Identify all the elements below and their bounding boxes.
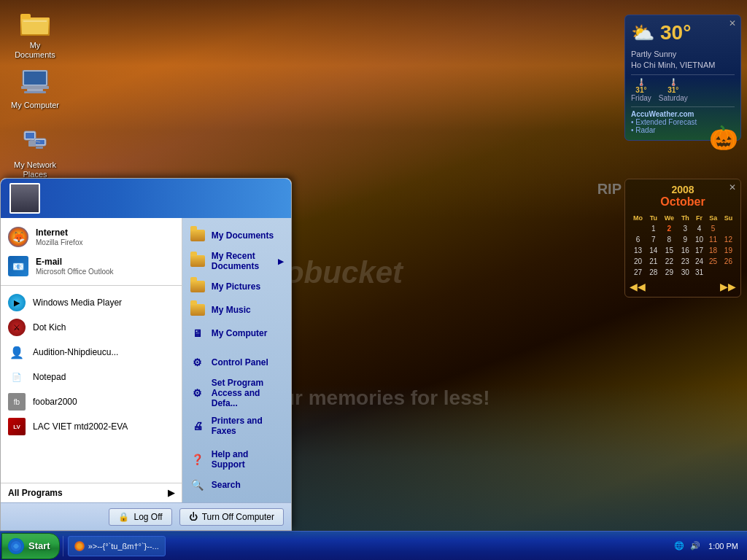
- calendar-widget: ✕ 2008 October Mo Tu We Th Fr Sa Su 1234…: [624, 179, 741, 298]
- start-menu-right-help[interactable]: ❓ Help and Support: [182, 446, 291, 473]
- email-label-sub: Microsoft Office Outlook: [36, 268, 114, 276]
- start-menu-item-audition[interactable]: 👤 Audition-Nhipdieucu...: [1, 340, 182, 365]
- svg-rect-6: [24, 71, 46, 85]
- start-menu-right-my-documents[interactable]: My Documents: [182, 224, 291, 247]
- calendar-day[interactable]: 20: [630, 256, 646, 267]
- calendar-day[interactable]: 28: [646, 267, 660, 278]
- start-menu-item-lacviet[interactable]: LV LAC VIET mtd2002-EVA: [1, 414, 182, 439]
- all-programs-button[interactable]: All Programs ▶: [1, 483, 182, 502]
- start-button[interactable]: Start: [1, 533, 60, 559]
- start-menu-item-wmp[interactable]: ▶ Windows Media Player: [1, 290, 182, 315]
- cal-header-fr: Fr: [693, 213, 706, 223]
- calendar-day[interactable]: 21: [646, 256, 660, 267]
- calendar-close-button[interactable]: ✕: [729, 182, 736, 192]
- calendar-day[interactable]: 24: [693, 256, 706, 267]
- calendar-day[interactable]: 2: [661, 223, 678, 234]
- shutdown-button[interactable]: ⏻ Turn Off Computer: [179, 508, 284, 526]
- start-menu-item-foobar[interactable]: fb foobar2000: [1, 389, 182, 414]
- my-documents-right-label: My Documents: [212, 230, 274, 241]
- calendar-day[interactable]: 25: [705, 256, 720, 267]
- calendar-day[interactable]: 7: [646, 234, 660, 245]
- svg-rect-8: [27, 89, 43, 91]
- my-music-icon: [190, 302, 206, 318]
- calendar-day[interactable]: 14: [646, 245, 660, 256]
- taskbar-active-item[interactable]: »>--{°`tu_ßm†°`}--...: [68, 536, 166, 556]
- taskbar-firefox-icon: [74, 541, 85, 551]
- taskbar: Start »>--{°`tu_ßm†°`}--... 🌐 🔊 1:00 PM: [0, 531, 747, 560]
- start-menu-right-my-pictures[interactable]: My Pictures: [182, 275, 291, 298]
- svg-rect-16: [36, 147, 43, 149]
- computer-icon: [20, 69, 50, 98]
- calendar-day[interactable]: 22: [661, 256, 678, 267]
- calendar-day[interactable]: 10: [693, 234, 706, 245]
- start-menu-right-my-music[interactable]: My Music: [182, 298, 291, 322]
- folder-icon: [20, 9, 50, 38]
- calendar-day[interactable]: 9: [678, 234, 692, 245]
- tray-volume-icon[interactable]: 🔊: [689, 540, 701, 552]
- svg-rect-15: [28, 141, 36, 147]
- calendar-day[interactable]: 17: [693, 245, 706, 256]
- pinned-programs: 🦊 Internet Mozilla Firefox 📧 E-: [1, 218, 182, 286]
- start-menu-item-email[interactable]: 📧 E-mail Microsoft Office Outlook: [1, 252, 182, 281]
- start-menu: 🦊 Internet Mozilla Firefox 📧 E-: [0, 178, 292, 531]
- desktop-icon-my-computer[interactable]: My Computer: [6, 66, 64, 113]
- start-menu-right-printers[interactable]: 🖨 Printers and Faxes: [182, 412, 291, 440]
- calendar-day[interactable]: 27: [630, 267, 646, 278]
- my-computer-right-label: My Computer: [212, 328, 268, 338]
- start-menu-right-recent-docs[interactable]: My Recent Documents ▶: [182, 247, 291, 275]
- calendar-day[interactable]: 13: [630, 245, 646, 256]
- start-menu-item-dot-kich[interactable]: ⚔ Dot Kich: [1, 315, 182, 340]
- calendar-day[interactable]: 19: [721, 245, 736, 256]
- all-programs-label: All Programs: [8, 488, 63, 498]
- cal-next-button[interactable]: ▶▶: [720, 281, 736, 292]
- calendar-day[interactable]: 6: [630, 234, 646, 245]
- start-menu-right-search[interactable]: 🔍 Search: [182, 473, 291, 497]
- calendar-day[interactable]: 1: [646, 223, 660, 234]
- audition-icon: 👤: [8, 343, 26, 361]
- calendar-day[interactable]: 11: [705, 234, 720, 245]
- lock-icon: 🔒: [118, 512, 129, 522]
- desktop-icon-my-network[interactable]: My Network Places: [6, 125, 64, 182]
- system-tray: 🌐 🔊 1:00 PM: [667, 540, 747, 552]
- wmp-label: Windows Media Player: [33, 298, 122, 308]
- calendar-day[interactable]: 18: [705, 245, 720, 256]
- calendar-day[interactable]: 16: [678, 245, 692, 256]
- start-menu-right-control-panel[interactable]: ⚙ Control Panel: [182, 351, 291, 374]
- printers-label: Printers and Faxes: [212, 416, 284, 436]
- weather-close-button[interactable]: ✕: [729, 18, 736, 28]
- notepad-icon: 📄: [8, 368, 26, 386]
- forecast-icon: 🌡️: [631, 78, 651, 86]
- cal-prev-button[interactable]: ◀◀: [630, 281, 646, 292]
- forecast-saturday: 🌡️ 31° Saturday: [659, 78, 688, 102]
- calendar-day[interactable]: 5: [705, 223, 720, 234]
- start-menu-right-my-computer[interactable]: 🖥 My Computer: [182, 322, 291, 345]
- printers-icon: 🖨: [190, 418, 206, 434]
- weather-widget: ✕ ⛅ 30° Partly Sunny Ho Chi Minh, VIETNA…: [624, 15, 741, 141]
- calendar-day[interactable]: 29: [661, 267, 678, 278]
- control-panel-label: Control Panel: [212, 357, 268, 368]
- start-menu-item-notepad[interactable]: 📄 Notepad: [1, 365, 182, 389]
- calendar-day[interactable]: 3: [678, 223, 692, 234]
- power-icon: ⏻: [189, 512, 198, 522]
- calendar-day[interactable]: 26: [721, 256, 736, 267]
- calendar-day[interactable]: 30: [678, 267, 692, 278]
- calendar-day[interactable]: 8: [661, 234, 678, 245]
- calendar-day[interactable]: 31: [693, 267, 706, 278]
- calendar-day: [721, 267, 736, 278]
- network-icon: [20, 128, 50, 158]
- start-label: Start: [28, 540, 50, 551]
- calendar-day[interactable]: 15: [661, 245, 678, 256]
- lacviet-label: LAC VIET mtd2002-EVA: [33, 421, 128, 432]
- calendar-day[interactable]: 12: [721, 234, 736, 245]
- logoff-button[interactable]: 🔒 Log Off: [109, 508, 171, 526]
- calendar-day[interactable]: 4: [693, 223, 706, 234]
- tray-network-icon[interactable]: 🌐: [673, 540, 685, 552]
- calendar-navigation[interactable]: ◀◀ ▶▶: [630, 281, 736, 292]
- svg-rect-2: [20, 14, 31, 20]
- calendar-day[interactable]: 23: [678, 256, 692, 267]
- desktop-icon-my-documents[interactable]: My Documents: [6, 6, 64, 63]
- internet-label-sub: Mozilla Firefox: [36, 238, 82, 246]
- start-menu-right-set-program[interactable]: ⚙ Set Program Access and Defa...: [182, 374, 291, 412]
- start-menu-item-internet[interactable]: 🦊 Internet Mozilla Firefox: [1, 222, 182, 252]
- pumpkin-decoration: 🎃: [709, 124, 738, 152]
